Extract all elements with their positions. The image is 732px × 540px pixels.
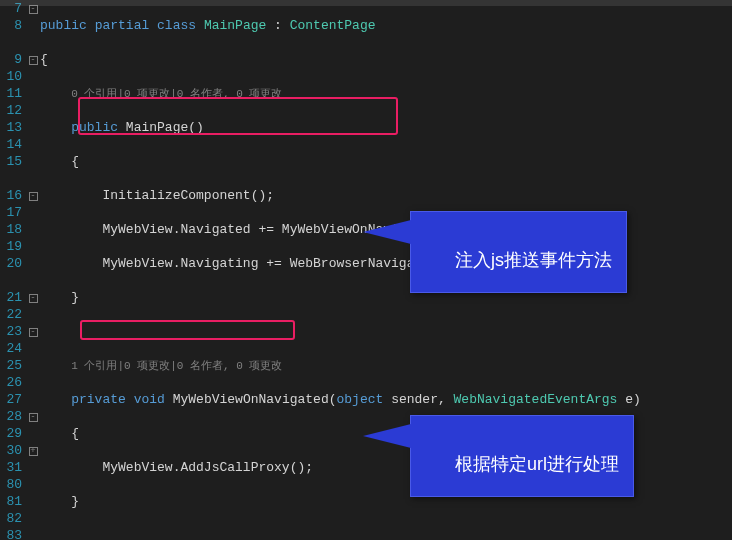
fold-icon[interactable]: -: [29, 5, 38, 14]
arrow-left-icon: [363, 424, 411, 448]
codelens[interactable]: 1 个引用|0 项更改|0 名作者, 0 项更改: [71, 360, 282, 372]
line-gutter: 7 8 9 10 11 12 13 14 15 16 17 18 19 20 2…: [0, 0, 26, 540]
fold-icon[interactable]: -: [29, 294, 38, 303]
fold-column[interactable]: - - - - - - +: [26, 0, 40, 540]
callout-2: 根据特定url进行处理: [410, 415, 634, 497]
fold-icon[interactable]: +: [29, 447, 38, 456]
arrow-left-icon: [363, 220, 411, 244]
fold-icon[interactable]: -: [29, 413, 38, 422]
fold-icon[interactable]: -: [29, 192, 38, 201]
code-area[interactable]: public partial class MainPage : ContentP…: [40, 0, 732, 540]
fold-icon[interactable]: -: [29, 328, 38, 337]
codelens[interactable]: 0 个引用|0 项更改|0 名作者, 0 项更改: [71, 88, 282, 100]
code-editor[interactable]: 7 8 9 10 11 12 13 14 15 16 17 18 19 20 2…: [0, 0, 732, 540]
fold-icon[interactable]: -: [29, 56, 38, 65]
callout-1: 注入js推送事件方法: [410, 211, 627, 293]
